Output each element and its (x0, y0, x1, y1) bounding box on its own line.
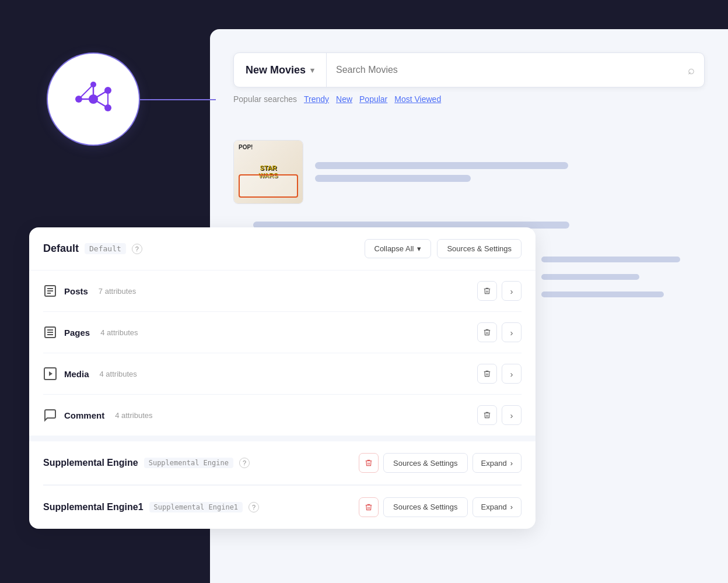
sources-settings-label: Sources & Settings (447, 244, 512, 253)
trash-icon (483, 287, 491, 295)
media-expand-button[interactable]: › (502, 364, 522, 384)
connector-line (140, 99, 216, 100)
posts-name: Posts (64, 286, 88, 296)
category-label: New Movies (246, 64, 306, 76)
popular-label: Popular searches (233, 94, 297, 104)
section-divider-1 (29, 436, 536, 441)
svg-line-6 (93, 90, 108, 99)
comment-expand-button[interactable]: › (502, 405, 522, 425)
trash-icon-supp1 (365, 459, 373, 467)
source-row-comment: Comment 4 attributes › (43, 395, 522, 436)
source-row-pages: Pages 4 attributes › (43, 312, 522, 353)
pages-attrs: 4 attributes (100, 328, 138, 337)
supp-engine-2-badge: Supplemental Engine1 (149, 502, 243, 512)
chevron-right-icon-pages: › (510, 328, 513, 338)
supp-2-expand-button[interactable]: Expand › (473, 497, 522, 517)
popular-searches: Popular searches Trendy New Popular Most… (233, 94, 705, 104)
comment-delete-button[interactable] (477, 405, 497, 425)
pages-icon (43, 325, 57, 339)
result-line-short (315, 175, 471, 182)
supp-1-help-icon[interactable]: ? (239, 458, 250, 468)
search-icon[interactable]: ⌕ (688, 64, 695, 77)
popular-link-new[interactable]: New (336, 94, 352, 104)
logo-icon (67, 73, 120, 125)
media-actions: › (477, 364, 522, 384)
posts-expand-button[interactable]: › (502, 281, 522, 301)
default-section-badge: Default (85, 243, 126, 254)
supp-engine-1-title: Supplemental Engine (43, 458, 138, 468)
default-title-group: Default Default ? (43, 243, 142, 255)
posts-delete-button[interactable] (477, 281, 497, 301)
media-delete-button[interactable] (477, 364, 497, 384)
supp-1-expand-label: Expand (481, 459, 507, 468)
supplemental-engine-2-section: Supplemental Engine1 Supplemental Engine… (29, 486, 536, 529)
chevron-right-icon-media: › (510, 369, 513, 379)
pages-expand-button[interactable]: › (502, 322, 522, 342)
search-input-wrap: ⌕ (327, 53, 704, 87)
help-icon[interactable]: ? (132, 244, 142, 254)
search-bar: New Movies ▾ ⌕ (233, 52, 705, 87)
source-row-posts: Posts 7 attributes › (43, 271, 522, 312)
sources-settings-button[interactable]: Sources & Settings (437, 239, 522, 258)
chevron-right-icon-supp2: › (510, 503, 513, 511)
supp-engine-1-badge: Supplemental Engine (144, 458, 233, 468)
star-wars-thumbnail (234, 141, 303, 203)
media-attrs: 4 attributes (100, 370, 137, 378)
trash-icon (483, 411, 491, 419)
comment-attrs: 4 attributes (115, 411, 152, 420)
search-input[interactable] (336, 65, 682, 75)
default-section-title: Default (43, 243, 79, 255)
logo-circle (47, 52, 140, 146)
side-line-1 (541, 257, 680, 262)
supp-2-sources-button[interactable]: Sources & Settings (383, 497, 468, 517)
supp-2-sources-label: Sources & Settings (393, 503, 458, 511)
trash-icon (483, 370, 491, 378)
trash-icon (483, 328, 491, 336)
svg-line-7 (93, 99, 108, 108)
category-dropdown[interactable]: New Movies ▾ (234, 53, 327, 87)
popular-link-most-viewed[interactable]: Most Viewed (394, 94, 441, 104)
source-row-media: Media 4 attributes › (43, 353, 522, 395)
chevron-down-icon-collapse: ▾ (417, 244, 421, 253)
supp-engine-2-title: Supplemental Engine1 (43, 502, 144, 512)
supp-2-delete-button[interactable] (359, 497, 379, 517)
pages-name: Pages (64, 328, 90, 338)
result-line-long (315, 162, 568, 169)
chevron-right-icon: › (510, 286, 513, 296)
side-line-2 (541, 274, 639, 280)
supp-1-sources-button[interactable]: Sources & Settings (383, 453, 468, 473)
comment-actions: › (477, 405, 522, 425)
source-rows: Posts 7 attributes › Pages 4 attributes (29, 271, 536, 436)
default-section-actions: Collapse All ▾ Sources & Settings (365, 239, 522, 258)
media-name: Media (64, 369, 89, 379)
supp-1-expand-button[interactable]: Expand › (473, 453, 522, 473)
default-section-header: Default Default ? Collapse All ▾ Sources… (29, 227, 536, 271)
result-thumbnail-1[interactable] (233, 140, 303, 204)
comment-icon (43, 408, 57, 422)
supp-2-expand-label: Expand (481, 503, 507, 511)
search-area: New Movies ▾ ⌕ Popular searches Trendy N… (233, 52, 705, 104)
supp-2-help-icon[interactable]: ? (249, 502, 259, 512)
posts-attrs: 7 attributes (99, 287, 136, 296)
posts-icon (43, 284, 57, 298)
chevron-right-icon-supp1: › (510, 459, 513, 468)
result-item-1 (233, 140, 705, 204)
supp-1-delete-button[interactable] (359, 453, 379, 473)
result-lines-1 (315, 162, 705, 182)
svg-marker-20 (49, 371, 52, 376)
supp-2-actions: Sources & Settings Expand › (359, 497, 522, 517)
collapse-all-label: Collapse All (374, 244, 414, 253)
sw-inner-box (239, 174, 298, 198)
pages-delete-button[interactable] (477, 322, 497, 342)
popular-link-trendy[interactable]: Trendy (304, 94, 329, 104)
popular-link-popular[interactable]: Popular (359, 94, 387, 104)
side-line-3 (541, 292, 664, 297)
supp-1-actions: Sources & Settings Expand › (359, 453, 522, 473)
comment-name: Comment (64, 410, 104, 420)
side-lines (541, 257, 705, 297)
collapse-all-button[interactable]: Collapse All ▾ (365, 239, 432, 258)
trash-icon-supp2 (365, 503, 373, 511)
media-icon (43, 367, 57, 381)
supplemental-engine-1-section: Supplemental Engine Supplemental Engine … (29, 441, 536, 484)
chevron-down-icon: ▾ (310, 66, 314, 75)
